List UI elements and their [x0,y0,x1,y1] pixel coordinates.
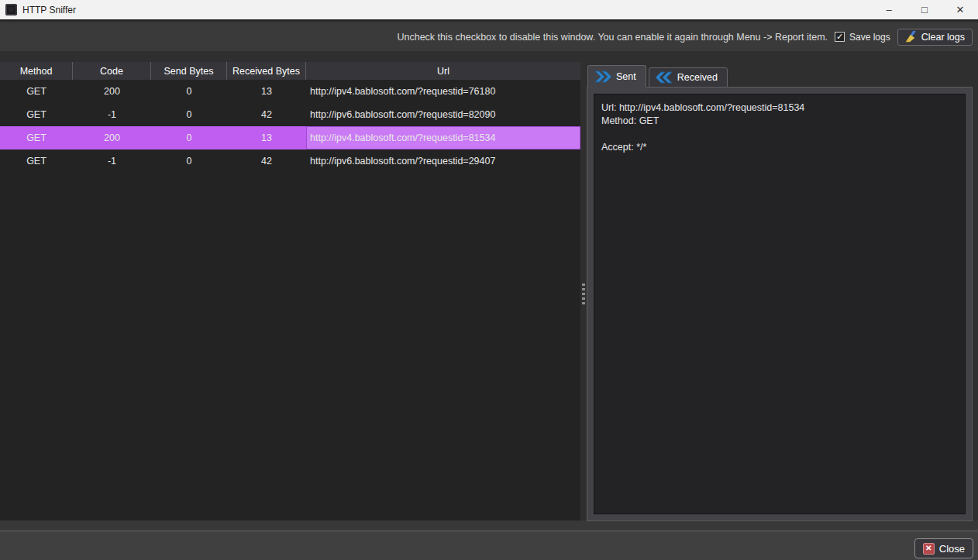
cell-method[interactable]: GET [0,80,73,103]
detail-tabs: Sent Received [587,65,728,88]
request-detail-text: Url: http://ipv4.bablosoft.com/?requesti… [594,94,966,514]
footer-bar: ✕ Close [0,531,978,560]
titlebar: HTTP Sniffer – □ ✕ [0,0,978,21]
table-body: GET 200 0 13 http://ipv4.bablosoft.com/?… [0,80,580,173]
close-button-label: Close [939,543,965,555]
column-header-received-bytes[interactable]: Received Bytes [227,62,306,80]
table-row[interactable]: GET -1 0 42 http://ipv6.bablosoft.com/?r… [0,103,580,126]
cell-code[interactable]: -1 [73,103,151,126]
cell-method[interactable]: GET [0,103,73,126]
cell-received-bytes[interactable]: 42 [227,103,306,126]
table-row[interactable]: GET -1 0 42 http://ipv6.bablosoft.com/?r… [0,149,580,173]
cell-send-bytes[interactable]: 0 [151,126,227,149]
tab-received-label: Received [677,72,718,83]
clear-logs-button[interactable]: Clear logs [897,29,973,46]
cell-send-bytes[interactable]: 0 [151,80,227,103]
cell-url[interactable]: http://ipv4.bablosoft.com/?requestid=761… [306,80,580,103]
broom-icon [905,31,918,43]
cell-url[interactable]: http://ipv6.bablosoft.com/?requestid=820… [306,103,580,126]
panel-splitter[interactable] [580,51,587,520]
cell-url[interactable]: http://ipv4.bablosoft.com/?requestid=815… [306,126,580,149]
tab-received[interactable]: Received [649,67,728,88]
minimize-button[interactable]: – [871,0,907,19]
table-header-row: Method Code Send Bytes Received Bytes Ur… [0,62,580,80]
maximize-button[interactable]: □ [907,0,942,19]
close-button[interactable]: ✕ Close [914,538,973,558]
cell-send-bytes[interactable]: 0 [151,103,227,126]
cell-method[interactable]: GET [0,149,73,173]
cell-send-bytes[interactable]: 0 [151,149,227,173]
cell-received-bytes[interactable]: 13 [227,126,306,149]
table-bottom-strip [0,520,978,531]
window-title: HTTP Sniffer [22,5,76,15]
close-x-icon: ✕ [923,543,935,555]
cell-received-bytes[interactable]: 42 [227,149,306,173]
cell-url[interactable]: http://ipv6.bablosoft.com/?requestid=294… [306,149,580,173]
table-row[interactable]: GET 200 0 13 http://ipv4.bablosoft.com/?… [0,126,580,149]
column-header-send-bytes[interactable]: Send Bytes [151,62,227,80]
tab-sent[interactable]: Sent [587,65,646,88]
double-chevron-left-icon [656,71,673,84]
app-icon [5,4,17,15]
cell-code[interactable]: 200 [73,80,151,103]
double-chevron-right-icon [594,70,611,83]
disable-notice-text: Uncheck this checkbox to disable this wi… [397,32,828,43]
table-row[interactable]: GET 200 0 13 http://ipv4.bablosoft.com/?… [0,80,580,103]
tab-sent-label: Sent [616,71,636,82]
checkbox-icon[interactable]: ✓ [835,32,845,42]
save-logs-label[interactable]: Save logs [849,32,890,43]
close-window-button[interactable]: ✕ [942,0,978,19]
toolbar: Uncheck this checkbox to disable this wi… [0,22,978,51]
clear-logs-label: Clear logs [921,32,965,43]
cell-code[interactable]: -1 [73,149,151,173]
cell-received-bytes[interactable]: 13 [227,80,306,103]
cell-method[interactable]: GET [0,126,73,149]
window-controls: – □ ✕ [871,0,978,19]
column-header-code[interactable]: Code [73,62,151,80]
splitter-grip-icon[interactable] [582,283,585,304]
save-logs-checkbox[interactable]: ✓ Save logs [835,32,890,43]
column-header-method[interactable]: Method [0,62,73,80]
requests-table: Method Code Send Bytes Received Bytes Ur… [0,62,580,520]
column-header-url[interactable]: Url [306,62,580,80]
cell-code[interactable]: 200 [73,126,151,149]
detail-panel: Url: http://ipv4.bablosoft.com/?requesti… [587,87,973,521]
